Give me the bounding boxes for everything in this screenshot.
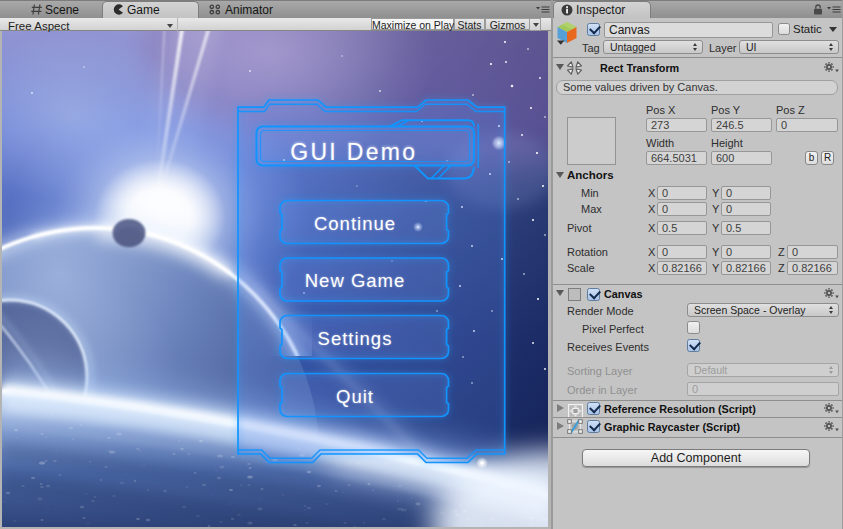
svg-text:Quit: Quit [336, 386, 374, 407]
svg-text:Settings: Settings [318, 328, 393, 349]
svg-text:New Game: New Game [305, 270, 406, 291]
svg-text:Continue: Continue [314, 213, 396, 234]
svg-text:GUI Demo: GUI Demo [290, 139, 417, 165]
